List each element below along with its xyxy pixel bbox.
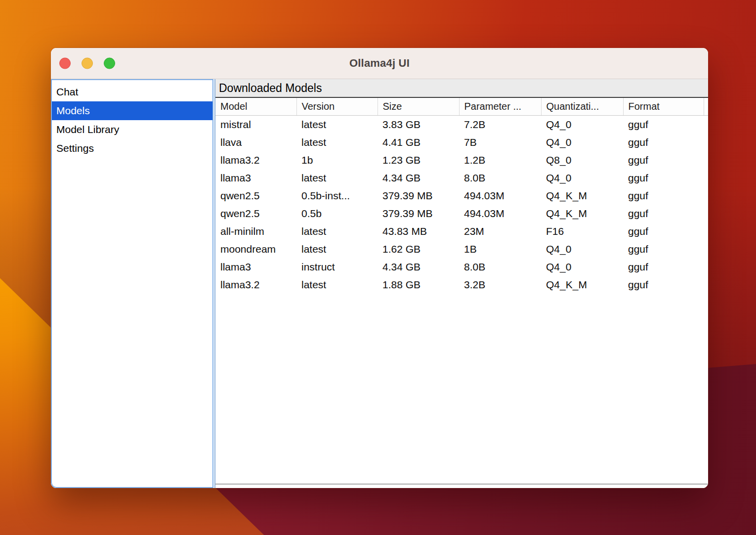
panel-title: Downloaded Models [215,79,708,98]
cell-format[interactable]: gguf [623,276,704,294]
sidebar-item-settings[interactable]: Settings [52,139,212,158]
table-row[interactable]: llama3.21b1.23 GB1.2BQ8_0gguf [215,151,708,169]
cell-quantization[interactable]: Q4_K_M [541,187,623,205]
models-panel: Downloaded Models ModelVersionSizeParame… [214,79,708,488]
cell-quantization[interactable]: Q4_K_M [541,276,623,294]
cell-version[interactable]: latest [296,134,378,151]
column-header-parameters[interactable]: Parameter ... [459,98,541,116]
cell-size[interactable]: 3.83 GB [378,116,459,134]
cell-quantization[interactable]: Q4_0 [541,134,623,151]
cell-parameters[interactable]: 494.03M [459,205,541,223]
cell-parameters[interactable]: 1.2B [459,151,541,169]
cell-model[interactable]: llava [215,134,296,151]
column-header-model[interactable]: Model [215,98,296,116]
cell-filler [704,151,708,169]
sidebar-item-model-library[interactable]: Model Library [52,120,212,139]
cell-version[interactable]: latest [296,240,378,258]
models-table: ModelVersionSizeParameter ...Quantizati.… [215,98,708,485]
cell-size[interactable]: 4.34 GB [378,258,459,276]
cell-model[interactable]: llama3.2 [215,276,296,294]
cell-quantization[interactable]: Q8_0 [541,151,623,169]
table-row[interactable]: qwen2.50.5b-inst...379.39 MB494.03MQ4_K_… [215,187,708,205]
cell-size[interactable]: 1.23 GB [378,151,459,169]
cell-version[interactable]: latest [296,169,378,187]
minimize-button[interactable] [82,58,93,69]
column-header-format[interactable]: Format [623,98,704,116]
cell-format[interactable]: gguf [623,116,704,134]
cell-size[interactable]: 379.39 MB [378,187,459,205]
cell-version[interactable]: latest [296,276,378,294]
cell-model[interactable]: llama3 [215,169,296,187]
table-row[interactable]: llavalatest4.41 GB7BQ4_0gguf [215,134,708,151]
cell-parameters[interactable]: 8.0B [459,258,541,276]
cell-format[interactable]: gguf [623,258,704,276]
cell-version[interactable]: 0.5b-inst... [296,187,378,205]
window-title: Ollama4j UI [349,57,410,70]
cell-filler [704,187,708,205]
cell-version[interactable]: 1b [296,151,378,169]
cell-parameters[interactable]: 7B [459,134,541,151]
cell-format[interactable]: gguf [623,205,704,223]
cell-model[interactable]: all-minilm [215,223,296,240]
cell-filler [704,240,708,258]
cell-model[interactable]: llama3.2 [215,151,296,169]
cell-model[interactable]: qwen2.5 [215,205,296,223]
cell-model[interactable]: moondream [215,240,296,258]
cell-size[interactable]: 1.62 GB [378,240,459,258]
table-row[interactable]: moondreamlatest1.62 GB1BQ4_0gguf [215,240,708,258]
cell-quantization[interactable]: F16 [541,223,623,240]
cell-format[interactable]: gguf [623,134,704,151]
cell-filler [704,116,708,134]
cell-version[interactable]: latest [296,223,378,240]
cell-parameters[interactable]: 3.2B [459,276,541,294]
cell-size[interactable]: 4.41 GB [378,134,459,151]
cell-parameters[interactable]: 7.2B [459,116,541,134]
cell-quantization[interactable]: Q4_K_M [541,205,623,223]
column-header-quantization[interactable]: Quantizati... [541,98,623,116]
column-header-filler [704,98,708,116]
cell-filler [704,276,708,294]
window-titlebar[interactable]: Ollama4j UI [51,48,708,79]
table-row[interactable]: mistrallatest3.83 GB7.2BQ4_0gguf [215,116,708,134]
cell-parameters[interactable]: 494.03M [459,187,541,205]
table-row[interactable]: llama3instruct4.34 GB8.0BQ4_0gguf [215,258,708,276]
cell-model[interactable]: qwen2.5 [215,187,296,205]
cell-model[interactable]: llama3 [215,258,296,276]
cell-format[interactable]: gguf [623,151,704,169]
sidebar-item-chat[interactable]: Chat [52,83,212,101]
cell-format[interactable]: gguf [623,187,704,205]
table-row[interactable]: llama3.2latest1.88 GB3.2BQ4_K_Mgguf [215,276,708,294]
column-header-version[interactable]: Version [296,98,378,116]
cell-parameters[interactable]: 8.0B [459,169,541,187]
traffic-lights [59,58,115,69]
table-row[interactable]: llama3latest4.34 GB8.0BQ4_0gguf [215,169,708,187]
table-row[interactable]: all-minilmlatest43.83 MB23MF16gguf [215,223,708,240]
cell-size[interactable]: 43.83 MB [378,223,459,240]
cell-quantization[interactable]: Q4_0 [541,116,623,134]
cell-quantization[interactable]: Q4_0 [541,169,623,187]
table-row[interactable]: qwen2.50.5b379.39 MB494.03MQ4_K_Mgguf [215,205,708,223]
cell-version[interactable]: 0.5b [296,205,378,223]
cell-size[interactable]: 4.34 GB [378,169,459,187]
cell-size[interactable]: 1.88 GB [378,276,459,294]
cell-filler [704,223,708,240]
cell-version[interactable]: instruct [296,258,378,276]
cell-parameters[interactable]: 23M [459,223,541,240]
app-window: Ollama4j UI Chat Models Model Library Se… [51,48,708,488]
cell-version[interactable]: latest [296,116,378,134]
table-header-row: ModelVersionSizeParameter ...Quantizati.… [215,98,708,116]
column-header-size[interactable]: Size [378,98,459,116]
cell-quantization[interactable]: Q4_0 [541,258,623,276]
cell-size[interactable]: 379.39 MB [378,205,459,223]
zoom-button[interactable] [104,58,115,69]
cell-quantization[interactable]: Q4_0 [541,240,623,258]
cell-parameters[interactable]: 1B [459,240,541,258]
cell-format[interactable]: gguf [623,240,704,258]
cell-format[interactable]: gguf [623,169,704,187]
cell-format[interactable]: gguf [623,223,704,240]
sidebar-item-models[interactable]: Models [52,101,212,120]
window-content: Chat Models Model Library Settings Downl… [51,79,708,488]
close-button[interactable] [59,58,71,69]
cell-model[interactable]: mistral [215,116,296,134]
cell-filler [704,134,708,151]
